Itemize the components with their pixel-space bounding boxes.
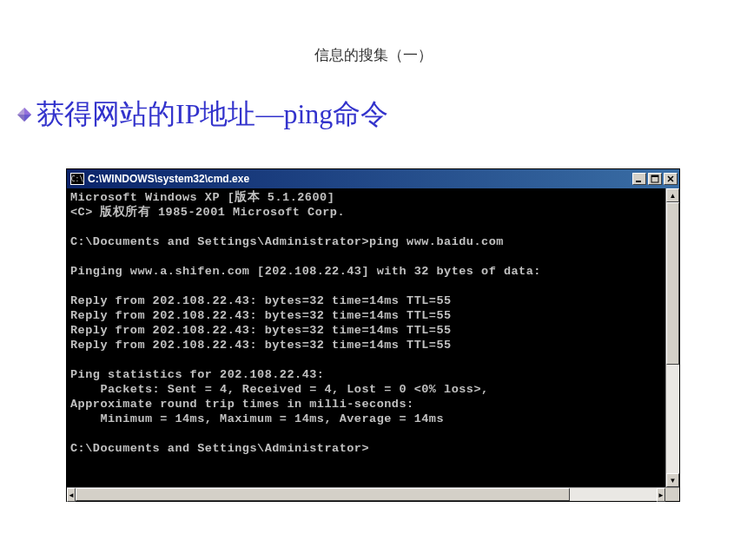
scroll-up-button[interactable]: ▲ bbox=[666, 188, 679, 202]
scroll-thumb-horizontal[interactable] bbox=[76, 488, 570, 501]
svg-marker-3 bbox=[17, 115, 24, 122]
cmd-window: C:\ C:\WINDOWS\system32\cmd.exe Microsof… bbox=[66, 168, 680, 502]
scroll-right-button[interactable]: ► bbox=[657, 488, 665, 502]
svg-marker-1 bbox=[24, 108, 31, 115]
scroll-thumb-vertical[interactable] bbox=[666, 202, 679, 365]
close-button[interactable] bbox=[664, 173, 678, 185]
scroll-down-button[interactable]: ▼ bbox=[666, 473, 679, 487]
svg-marker-2 bbox=[24, 115, 31, 122]
diamond-bullet-icon bbox=[17, 108, 31, 122]
svg-rect-4 bbox=[636, 181, 641, 182]
console-output[interactable]: Microsoft Windows XP [版本 5.1.2600] <C> 版… bbox=[67, 188, 665, 487]
scroll-track-vertical[interactable] bbox=[666, 202, 679, 473]
scroll-track-horizontal[interactable] bbox=[76, 488, 657, 501]
window-controls bbox=[632, 173, 678, 185]
titlebar[interactable]: C:\ C:\WINDOWS\system32\cmd.exe bbox=[67, 169, 679, 188]
svg-rect-6 bbox=[651, 175, 658, 177]
maximize-button[interactable] bbox=[648, 173, 662, 185]
slide-subtitle: 信息的搜集（一） bbox=[0, 0, 747, 96]
heading-text: 获得网站的IP地址—ping命令 bbox=[36, 96, 388, 134]
window-title: C:\WINDOWS\system32\cmd.exe bbox=[88, 173, 632, 185]
minimize-button[interactable] bbox=[632, 173, 646, 185]
scroll-corner bbox=[665, 488, 679, 501]
horizontal-scrollbar[interactable]: ◄ ► bbox=[67, 487, 679, 501]
vertical-scrollbar[interactable]: ▲ ▼ bbox=[665, 188, 679, 487]
scroll-left-button[interactable]: ◄ bbox=[67, 488, 76, 502]
heading-row: 获得网站的IP地址—ping命令 bbox=[0, 96, 747, 134]
cmd-icon: C:\ bbox=[70, 173, 84, 185]
